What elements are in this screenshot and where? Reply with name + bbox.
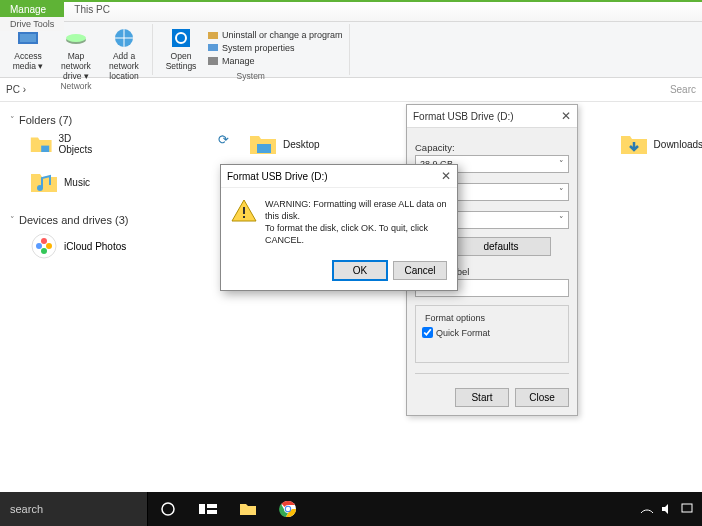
tray-network-icon[interactable] (640, 502, 654, 516)
folder-icon (620, 132, 648, 156)
ribbon-tabs: Manage Drive Tools This PC (0, 0, 702, 22)
svg-point-22 (162, 503, 174, 515)
svg-rect-10 (41, 146, 49, 152)
ribbon-system-properties[interactable]: System properties (207, 42, 343, 54)
button-ok[interactable]: OK (333, 261, 387, 280)
svg-point-15 (46, 243, 52, 249)
folder-3d-objects[interactable]: 3D Objects (30, 132, 98, 156)
folder-music[interactable]: Music (30, 170, 98, 194)
ribbon-access-media[interactable]: Access media ▾ (6, 24, 50, 81)
button-close[interactable]: Close (515, 388, 569, 407)
ribbon-manage[interactable]: Manage (207, 55, 343, 67)
ribbon: Access media ▾ Map network drive ▾ Add a… (0, 22, 702, 78)
svg-rect-8 (208, 44, 218, 51)
svg-rect-7 (208, 32, 218, 39)
system-tray (640, 502, 702, 516)
label-capacity: Capacity: (415, 142, 569, 153)
taskbar-chrome-icon[interactable] (268, 492, 308, 526)
tab-manage[interactable]: Manage (0, 2, 64, 17)
tray-action-center-icon[interactable] (680, 502, 694, 516)
tray-volume-icon[interactable] (660, 502, 674, 516)
folder-icon (30, 132, 52, 156)
svg-rect-9 (208, 57, 218, 65)
svg-rect-5 (172, 29, 190, 47)
tab-this-pc[interactable]: This PC (64, 2, 120, 21)
taskbar-search[interactable]: search (0, 492, 148, 526)
svg-point-14 (41, 238, 47, 244)
folder-desktop[interactable]: Desktop (249, 132, 320, 156)
warning-line2: To format the disk, click OK. To quit, c… (265, 222, 447, 246)
ribbon-group-network-label: Network (6, 81, 146, 92)
main-content: Folders (7) 3D Objects Music ⟳ (0, 102, 702, 482)
svg-rect-24 (207, 504, 217, 508)
svg-point-13 (32, 234, 56, 258)
dialog-warning-titlebar[interactable]: Format USB Drive (D:) ✕ (221, 165, 457, 188)
svg-rect-12 (257, 144, 271, 153)
icloud-photos-icon (30, 232, 58, 260)
close-icon[interactable]: ✕ (561, 109, 571, 123)
button-start[interactable]: Start (455, 388, 509, 407)
warning-icon (231, 198, 257, 224)
uninstall-icon (207, 29, 219, 41)
button-restore-defaults[interactable]: defaults (451, 237, 551, 256)
breadcrumb-path[interactable]: PC › (6, 84, 26, 95)
svg-rect-20 (243, 207, 245, 214)
svg-point-17 (36, 243, 42, 249)
svg-point-3 (66, 34, 86, 42)
ribbon-map-network-drive[interactable]: Map network drive ▾ (54, 24, 98, 81)
ribbon-uninstall-program[interactable]: Uninstall or change a program (207, 29, 343, 41)
svg-rect-1 (20, 34, 36, 42)
dialog-format-warning: Format USB Drive (D:) ✕ WARNING: Formatt… (220, 164, 458, 291)
close-icon[interactable]: ✕ (441, 169, 451, 183)
manage-icon (207, 55, 219, 67)
settings-icon (169, 26, 193, 50)
ribbon-group-system-label: System (159, 71, 343, 82)
warning-line1: WARNING: Formatting will erase ALL data … (265, 198, 447, 222)
ribbon-add-network-location[interactable]: Add a network location (102, 24, 146, 81)
taskbar-cortana-icon[interactable] (148, 492, 188, 526)
svg-rect-25 (207, 510, 217, 514)
network-location-icon (112, 26, 136, 50)
folder-icon (249, 132, 277, 156)
media-icon (16, 26, 40, 50)
system-properties-icon (207, 42, 219, 54)
dialog-format-titlebar[interactable]: Format USB Drive (D:) ✕ (407, 105, 577, 128)
ribbon-open-settings[interactable]: Open Settings (159, 24, 203, 71)
svg-rect-21 (243, 216, 245, 218)
section-folders-header[interactable]: Folders (7) (10, 114, 692, 126)
svg-rect-29 (682, 504, 692, 512)
checkbox-quick-format[interactable]: Quick Format (422, 327, 562, 338)
svg-rect-23 (199, 504, 205, 514)
label-format-options: Format options (422, 313, 488, 323)
taskbar-file-explorer-icon[interactable] (228, 492, 268, 526)
refresh-icon[interactable]: ⟳ (218, 132, 229, 147)
folder-downloads[interactable]: Downloads (620, 132, 702, 156)
search-box-placeholder[interactable]: Searc (670, 84, 696, 95)
map-drive-icon (64, 26, 88, 50)
folder-icon (30, 170, 58, 194)
taskbar: search (0, 492, 702, 526)
svg-point-16 (41, 248, 47, 254)
taskbar-taskview-icon[interactable] (188, 492, 228, 526)
svg-point-28 (286, 507, 290, 511)
button-cancel[interactable]: Cancel (393, 261, 447, 280)
